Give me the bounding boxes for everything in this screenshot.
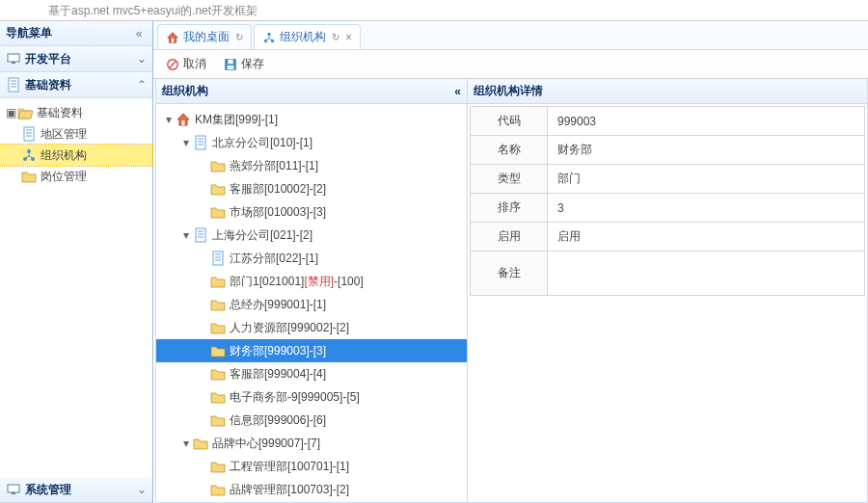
org-tree-node[interactable]: 客服部[999004]-[4] [156,362,467,385]
folder-icon [210,297,226,312]
cancel-label: 取消 [183,56,206,72]
folder-icon [210,343,226,358]
app-subtitle: 基于asp.net mvc5+easyui的.net开发框架 [0,0,868,21]
org-node-label: 部门1[021001][禁用]-[100] [230,274,364,290]
nav-item-label: 岗位管理 [41,169,87,185]
folder-icon [210,366,226,382]
nav-item-region[interactable]: 地区管理 [0,123,152,145]
nav-item-label: 组织机构 [41,147,87,164]
org-node-label: 财务部[999003]-[3] [230,343,326,359]
folder-open-icon [17,105,33,120]
org-tree-node[interactable]: ▾上海分公司[021]-[2] [156,224,467,247]
org-tree-node[interactable]: 信息部[999006]-[6] [156,409,467,432]
org-node-label: 市场部[010003]-[3] [230,204,326,221]
home-icon [166,31,179,44]
detail-field-label: 代码 [471,107,548,136]
nav-section-system[interactable]: 系统管理 ⌄ [0,477,152,503]
tab-desktop[interactable]: 我的桌面 ↻ [157,24,252,49]
expand-toggle[interactable]: ▾ [179,136,193,149]
detail-row: 代码999003 [471,107,865,136]
nav-item-post[interactable]: 岗位管理 [0,166,152,187]
refresh-icon[interactable]: ↻ [332,32,339,42]
folder-icon [210,274,226,289]
org-node-label: 电子商务部-9[999005]-[5] [230,389,360,406]
tree-panel-title: 组织机构 [162,83,208,99]
detail-field-value [548,252,865,296]
tree-collapse-button[interactable]: « [454,85,461,98]
nav-header: 导航菜单 « [0,21,152,46]
nav-title: 导航菜单 [6,25,52,41]
folder-icon [193,436,208,451]
refresh-icon[interactable]: ↻ [235,32,243,42]
org-tree-node[interactable]: 市场部[010003]-[3] [156,200,467,224]
expand-toggle[interactable]: ▾ [162,113,176,126]
nav-panel: 导航菜单 « 开发平台 ⌄ 基础资料 ⌃ ▣ 基础资料 [0,21,153,503]
org-tree-node[interactable]: 财务部[999003]-[3] [156,339,467,362]
org-tree-node[interactable]: 燕郊分部[011]-[1] [156,154,467,177]
expand-toggle[interactable]: ▾ [179,437,193,450]
org-tree-node[interactable]: 江苏分部[022]-[1] [156,247,467,270]
org-node-label: 客服部[010002]-[2] [230,181,326,198]
org-tree-node[interactable]: 电子商务部-9[999005]-[5] [156,385,467,409]
org-icon [262,31,276,44]
detail-row: 排序3 [471,194,865,223]
tab-label: 我的桌面 [183,29,230,45]
doc-icon [6,77,21,93]
org-tree-node[interactable]: 视觉管理部[100702]-[3] [156,501,467,502]
detail-field-label: 启用 [471,223,548,252]
nav-item-org[interactable]: 组织机构 [0,145,152,166]
org-tree-node[interactable]: 部门1[021001][禁用]-[100] [156,270,467,293]
org-tree-node[interactable]: 客服部[010002]-[2] [156,177,467,200]
doc-icon [210,251,226,266]
nav-section-label: 系统管理 [25,482,71,498]
detail-table: 代码999003名称财务部类型部门排序3启用启用备注 [470,106,865,296]
nav-item-label: 地区管理 [41,126,87,143]
monitor-icon [6,482,21,497]
tree-panel-header: 组织机构 « [156,79,467,104]
doc-icon [21,126,37,142]
home-icon [176,112,191,127]
save-button[interactable]: 保存 [217,52,271,76]
org-node-label: KM集团[999]-[1] [195,112,278,128]
org-tree-node[interactable]: 人力资源部[999002]-[2] [156,316,467,339]
org-node-label: 品牌管理部[100703]-[2] [230,482,349,498]
detail-field-value: 3 [548,194,865,223]
cancel-button[interactable]: 取消 [159,52,213,76]
org-node-label: 燕郊分部[011]-[1] [230,158,318,174]
org-tree-node[interactable]: 总经办[999001]-[1] [156,293,467,316]
folder-icon [210,459,226,474]
detail-row: 名称财务部 [471,136,865,165]
expand-toggle[interactable]: ▾ [179,228,193,242]
org-node-label: 人力资源部[999002]-[2] [230,320,349,336]
folder-icon [210,158,226,173]
org-tree-node[interactable]: ▾KM集团[999]-[1] [156,108,467,131]
folder-icon [210,181,226,197]
detail-field-label: 名称 [471,136,548,165]
nav-section-basic[interactable]: 基础资料 ⌃ [0,72,152,98]
nav-tree-root[interactable]: ▣ 基础资料 [0,102,152,123]
folder-icon [210,320,226,335]
tab-org[interactable]: 组织机构 ↻ × [254,24,361,49]
detail-field-value: 999003 [548,107,865,136]
folder-icon [210,389,226,405]
org-tree-node[interactable]: ▾北京分公司[010]-[1] [156,131,467,154]
save-icon [224,58,237,71]
nav-collapse-button[interactable]: « [131,26,147,41]
save-label: 保存 [241,56,264,72]
org-tree-node[interactable]: ▾品牌中心[999007]-[7] [156,432,467,455]
monitor-icon [6,51,21,66]
close-icon[interactable]: × [345,31,352,44]
folder-icon [210,204,226,220]
chevron-up-icon: ⌃ [137,78,147,92]
folder-icon [21,169,37,184]
org-tree-node[interactable]: 品牌管理部[100703]-[2] [156,478,467,501]
detail-panel: 组织机构详情 代码999003名称财务部类型部门排序3启用启用备注 [468,79,868,503]
detail-row: 启用启用 [471,223,865,252]
tab-label: 组织机构 [280,29,326,45]
org-node-label: 品牌中心[999007]-[7] [212,436,320,452]
org-tree-node[interactable]: 工程管理部[100701]-[1] [156,455,467,478]
nav-section-dev[interactable]: 开发平台 ⌄ [0,46,152,72]
tab-bar: 我的桌面 ↻ 组织机构 ↻ × [153,21,868,50]
org-node-label: 上海分公司[021]-[2] [212,227,312,244]
doc-icon [193,227,208,243]
